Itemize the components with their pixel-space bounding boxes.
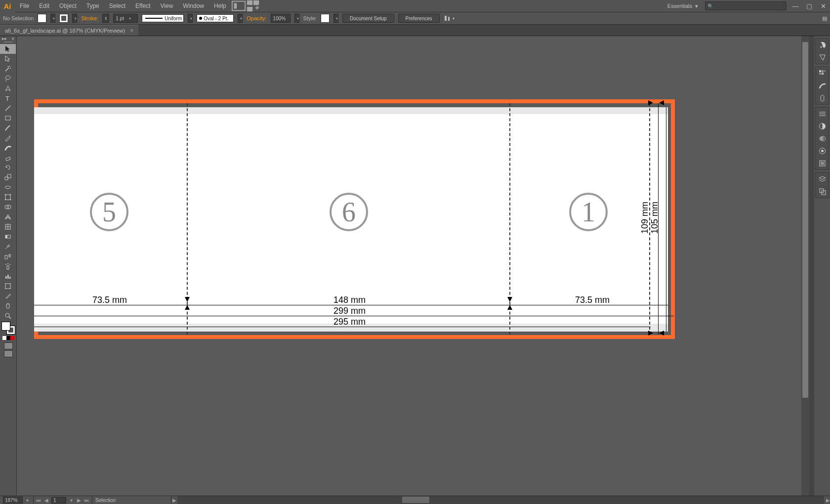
- style-dropdown[interactable]: ▾: [333, 14, 338, 23]
- swatches-panel-icon[interactable]: [816, 67, 829, 79]
- bridge-icon[interactable]: [231, 0, 246, 12]
- transparency-panel-icon[interactable]: [816, 132, 829, 144]
- appearance-panel-icon[interactable]: [816, 145, 829, 157]
- stroke-weight-input[interactable]: 1 pt ▾: [113, 14, 138, 23]
- stroke-panel-icon[interactable]: [816, 108, 829, 120]
- pen-tool[interactable]: [0, 84, 16, 93]
- document-setup-button[interactable]: Document Setup: [342, 14, 394, 23]
- line-tool[interactable]: [0, 103, 16, 113]
- menu-window[interactable]: Window: [178, 0, 209, 12]
- horizontal-scrollbar[interactable]: [177, 496, 824, 504]
- zoom-tool[interactable]: [0, 311, 16, 321]
- window-close-button[interactable]: ✕: [816, 1, 830, 11]
- menu-effect[interactable]: Effect: [130, 0, 155, 12]
- align-icon[interactable]: ▾: [444, 15, 455, 22]
- panel-grip[interactable]: ▸▸×: [0, 36, 16, 41]
- free-transform-tool[interactable]: [0, 192, 16, 202]
- menu-select[interactable]: Select: [104, 0, 130, 12]
- menu-object[interactable]: Object: [54, 0, 82, 12]
- menu-type[interactable]: Type: [82, 0, 104, 12]
- stroke-dropdown[interactable]: ▾: [72, 14, 77, 23]
- brush-definition[interactable]: Oval - 2 Pt.: [197, 14, 234, 22]
- zoom-input[interactable]: 187%: [3, 497, 23, 504]
- fill-stroke-indicator[interactable]: [1, 322, 15, 335]
- slice-tool[interactable]: [0, 291, 16, 301]
- gradient-tool[interactable]: [0, 232, 16, 242]
- brushes-panel-icon[interactable]: [816, 80, 829, 91]
- magic-wand-tool[interactable]: [0, 64, 16, 74]
- stroke-profile-uniform[interactable]: Uniform: [142, 14, 184, 22]
- direct-selection-tool[interactable]: [0, 54, 16, 64]
- menu-edit[interactable]: Edit: [34, 0, 54, 12]
- menu-file[interactable]: File: [15, 0, 34, 12]
- width-tool[interactable]: [0, 182, 16, 192]
- fill-dropdown[interactable]: ▾: [50, 14, 55, 23]
- paintbrush-tool[interactable]: [0, 123, 16, 133]
- eyedropper-tool[interactable]: [0, 242, 16, 252]
- chevron-down-icon[interactable]: ▾: [24, 498, 30, 503]
- gradient-panel-icon[interactable]: [816, 120, 829, 132]
- window-maximize-button[interactable]: ▢: [802, 1, 816, 11]
- artboard-tool[interactable]: [0, 281, 16, 291]
- perspective-grid-tool[interactable]: [0, 212, 16, 222]
- screen-mode[interactable]: [4, 350, 13, 357]
- artboards-panel-icon[interactable]: [816, 185, 829, 197]
- opacity-label[interactable]: Opacity:: [247, 15, 266, 21]
- stroke-swatch[interactable]: [59, 14, 68, 23]
- status-menu-icon[interactable]: ▶: [171, 498, 177, 503]
- hand-tool[interactable]: [0, 301, 16, 311]
- scale-tool[interactable]: [0, 172, 16, 182]
- color-mode-strip[interactable]: [2, 336, 14, 340]
- document-tab[interactable]: a6_6s_gf_landscape.ai @ 187% (CMYK/Previ…: [0, 25, 138, 36]
- pencil-tool[interactable]: [0, 133, 16, 143]
- fill-swatch[interactable]: [38, 14, 46, 23]
- rectangle-tool[interactable]: [0, 113, 16, 123]
- menu-help[interactable]: Help: [209, 0, 231, 12]
- canvas[interactable]: 5 6 1 73.5 mm 148 mm 73.5 mm 299 mm 295 …: [17, 36, 809, 496]
- style-swatch[interactable]: [321, 14, 330, 23]
- scroll-right-button[interactable]: ▶: [824, 498, 830, 503]
- brush-dropdown[interactable]: ▾: [238, 14, 243, 23]
- stroke-stepper[interactable]: ⇕: [102, 14, 109, 23]
- nav-last-button[interactable]: ⏭: [84, 498, 90, 503]
- rotate-tool[interactable]: [0, 163, 16, 172]
- control-menu-icon[interactable]: ▤: [822, 15, 827, 22]
- color-guide-panel-icon[interactable]: [816, 51, 829, 63]
- close-icon[interactable]: ×: [130, 27, 133, 34]
- symbols-panel-icon[interactable]: [816, 92, 829, 104]
- scrollbar-thumb[interactable]: [802, 42, 808, 398]
- vertical-scrollbar[interactable]: [801, 36, 809, 496]
- search-input[interactable]: 🔍: [705, 1, 787, 10]
- nav-next-button[interactable]: ▶: [76, 498, 82, 503]
- opacity-input[interactable]: 100%: [271, 14, 290, 23]
- layers-panel-icon[interactable]: [816, 173, 829, 185]
- draw-normal[interactable]: [4, 342, 13, 349]
- nav-prev-button[interactable]: ◀: [43, 498, 49, 503]
- color-panel-icon[interactable]: [816, 39, 829, 51]
- eraser-tool[interactable]: [0, 153, 16, 163]
- symbol-sprayer-tool[interactable]: [0, 261, 16, 271]
- artboard-number-input[interactable]: 1: [51, 497, 66, 504]
- window-minimize-button[interactable]: —: [788, 1, 802, 11]
- fill-indicator[interactable]: [1, 322, 10, 331]
- preferences-button[interactable]: Preferences: [398, 14, 440, 23]
- column-graph-tool[interactable]: [0, 271, 16, 281]
- type-tool[interactable]: T: [0, 93, 16, 103]
- scrollbar-thumb[interactable]: [402, 497, 429, 503]
- arrange-icon[interactable]: [246, 0, 261, 12]
- blend-tool[interactable]: [0, 252, 16, 261]
- mesh-tool[interactable]: [0, 222, 16, 232]
- selection-tool[interactable]: [0, 44, 16, 54]
- lasso-tool[interactable]: [0, 74, 16, 84]
- graphic-styles-panel-icon[interactable]: [816, 157, 829, 169]
- menu-view[interactable]: View: [156, 0, 178, 12]
- chevron-down-icon[interactable]: ▾: [68, 498, 74, 503]
- shape-builder-tool[interactable]: [0, 202, 16, 212]
- tri-icon: [648, 100, 653, 105]
- opacity-dropdown[interactable]: ▾: [294, 14, 299, 23]
- workspace-switcher[interactable]: Essentials ▾: [663, 0, 703, 12]
- stroke-label[interactable]: Stroke:: [81, 15, 98, 21]
- nav-first-button[interactable]: ⏮: [36, 498, 42, 503]
- blob-brush-tool[interactable]: [0, 143, 16, 153]
- profile-uniform-dropdown[interactable]: ▾: [188, 14, 193, 23]
